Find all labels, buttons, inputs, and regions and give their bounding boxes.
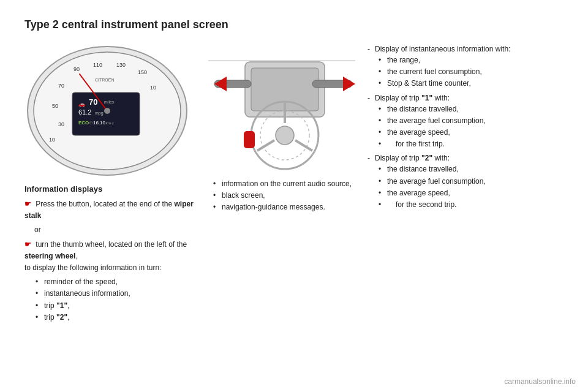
list-item: trip "2", <box>36 312 196 323</box>
watermark: carmanualsonline.info <box>504 377 576 386</box>
svg-text:90: 90 <box>74 66 80 72</box>
dash-section-1: - Display of instantaneous information w… <box>368 43 564 90</box>
list-item: for the second trip. <box>379 199 564 211</box>
list-item: navigation-guidance messages. <box>213 202 355 213</box>
svg-text:mpg: mpg <box>95 111 104 116</box>
svg-text:🚗: 🚗 <box>78 100 86 108</box>
arrow-icon-1: ☛ <box>24 200 31 208</box>
svg-text:ECO: ECO <box>78 120 89 126</box>
section-2-bullets: the distance travelled, the average fuel… <box>375 104 564 151</box>
svg-line-34 <box>295 140 312 151</box>
list-item: the average speed, <box>379 127 564 138</box>
svg-text:50: 50 <box>52 103 58 109</box>
list-item: the average fuel consumption, <box>379 115 564 127</box>
page-title: Type 2 central instrument panel screen <box>24 18 564 31</box>
dash-char: - <box>368 92 370 151</box>
svg-text:30: 30 <box>58 121 64 127</box>
stalk-image <box>208 43 355 178</box>
list-item: the distance travelled, <box>379 164 564 175</box>
svg-rect-36 <box>244 131 255 148</box>
list-item: black screen, <box>213 190 355 202</box>
dash-char: - <box>368 43 370 90</box>
dash-section-3: - Display of trip "2" with: the distance… <box>368 153 564 211</box>
instrument-cluster-image: 🚗 70 miles 61.2 mpg ECO ⏱ 16.10 km·z <box>24 43 190 178</box>
section-3-bullets: the distance travelled, the average fuel… <box>375 164 564 211</box>
svg-text:16.10: 16.10 <box>93 120 106 126</box>
list-item: Stop & Start time counter, <box>379 78 564 89</box>
list-item: trip "1", <box>36 300 196 312</box>
svg-marker-27 <box>343 77 355 91</box>
instruction-2-text: turn the thumb wheel, located on the lef… <box>24 240 187 272</box>
list-item: the current fuel consumption, <box>379 66 564 78</box>
svg-text:70: 70 <box>58 83 64 89</box>
arrow-icon-2: ☛ <box>24 240 31 249</box>
left-bullet-list: reminder of the speed, instantaneous inf… <box>31 276 196 323</box>
svg-text:CITROËN: CITROËN <box>95 78 115 82</box>
instruction-1-text: Press the button, located at the end of … <box>24 200 194 220</box>
list-item: the average speed, <box>379 187 564 199</box>
svg-text:10: 10 <box>49 137 55 143</box>
list-item: the distance travelled, <box>379 104 564 115</box>
section-1-bullets: the range, the current fuel consumption,… <box>375 55 564 90</box>
svg-text:10: 10 <box>150 85 156 91</box>
svg-point-35 <box>276 126 294 145</box>
list-item: the range, <box>379 55 564 66</box>
dash-content-2: Display of trip "1" with: the distance t… <box>375 92 564 151</box>
list-item: instantaneous information, <box>36 288 196 300</box>
or-text: or <box>34 224 196 236</box>
svg-marker-29 <box>214 77 227 91</box>
section-1-header: Display of instantaneous information wit… <box>375 45 510 53</box>
middle-column: information on the current audio source,… <box>208 43 355 323</box>
list-item: reminder of the speed, <box>36 276 196 288</box>
svg-text:miles: miles <box>104 100 115 104</box>
list-item: information on the current audio source, <box>213 178 355 190</box>
svg-text:km·z: km·z <box>106 121 114 125</box>
middle-bullet-list: information on the current audio source,… <box>208 178 355 214</box>
svg-point-13 <box>104 108 110 114</box>
section-3-header: Display of trip "2" with: <box>375 154 450 162</box>
dash-section-2: - Display of trip "1" with: the distance… <box>368 92 564 151</box>
dash-content-3: Display of trip "2" with: the distance t… <box>375 153 564 211</box>
svg-text:130: 130 <box>116 62 126 68</box>
dash-char: - <box>368 153 370 211</box>
svg-text:110: 110 <box>93 62 102 68</box>
svg-text:150: 150 <box>138 69 147 75</box>
svg-text:70: 70 <box>89 97 97 107</box>
svg-text:61.2: 61.2 <box>78 108 91 116</box>
list-item: for the first trip. <box>379 138 564 150</box>
list-item: the average fuel consumption, <box>379 176 564 187</box>
left-column: 🚗 70 miles 61.2 mpg ECO ⏱ 16.10 km·z <box>24 43 196 323</box>
dash-content-1: Display of instantaneous information wit… <box>375 43 564 90</box>
svg-line-33 <box>257 140 274 151</box>
right-column: - Display of instantaneous information w… <box>368 43 564 323</box>
section-title: Information displays <box>24 184 196 194</box>
section-2-header: Display of trip "1" with: <box>375 94 450 102</box>
info-displays-section: Information displays ☛ Press the button,… <box>24 184 196 323</box>
instruction-block: ☛ Press the button, located at the end o… <box>24 198 196 323</box>
